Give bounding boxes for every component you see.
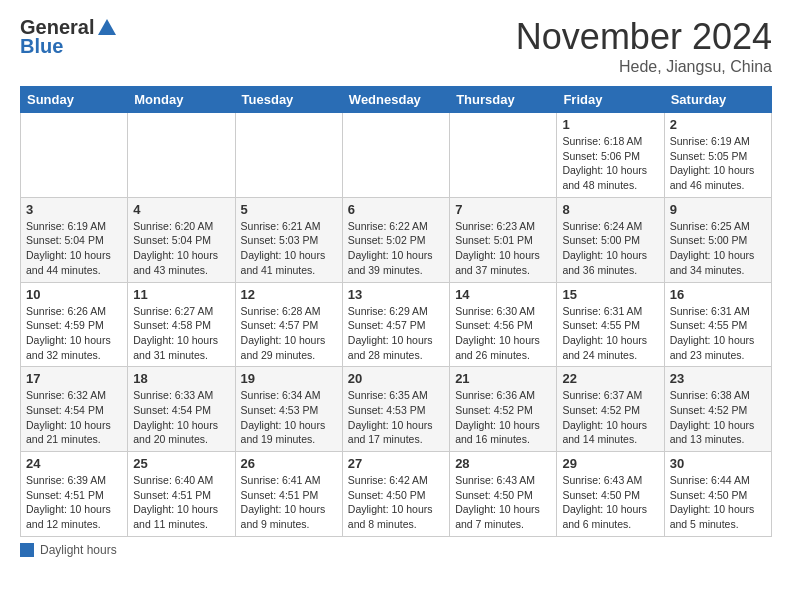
day-cell: 28Sunrise: 6:43 AM Sunset: 4:50 PM Dayli…	[450, 452, 557, 537]
day-number: 13	[348, 287, 444, 302]
header: General Blue November 2024 Hede, Jiangsu…	[20, 16, 772, 76]
col-tuesday: Tuesday	[235, 87, 342, 113]
day-info: Sunrise: 6:37 AM Sunset: 4:52 PM Dayligh…	[562, 388, 658, 447]
day-info: Sunrise: 6:19 AM Sunset: 5:04 PM Dayligh…	[26, 219, 122, 278]
col-monday: Monday	[128, 87, 235, 113]
day-number: 12	[241, 287, 337, 302]
week-row-0: 1Sunrise: 6:18 AM Sunset: 5:06 PM Daylig…	[21, 113, 772, 198]
day-number: 14	[455, 287, 551, 302]
day-info: Sunrise: 6:20 AM Sunset: 5:04 PM Dayligh…	[133, 219, 229, 278]
day-cell: 7Sunrise: 6:23 AM Sunset: 5:01 PM Daylig…	[450, 197, 557, 282]
day-cell: 4Sunrise: 6:20 AM Sunset: 5:04 PM Daylig…	[128, 197, 235, 282]
col-wednesday: Wednesday	[342, 87, 449, 113]
day-info: Sunrise: 6:19 AM Sunset: 5:05 PM Dayligh…	[670, 134, 766, 193]
day-info: Sunrise: 6:31 AM Sunset: 4:55 PM Dayligh…	[562, 304, 658, 363]
day-info: Sunrise: 6:40 AM Sunset: 4:51 PM Dayligh…	[133, 473, 229, 532]
col-sunday: Sunday	[21, 87, 128, 113]
day-cell: 15Sunrise: 6:31 AM Sunset: 4:55 PM Dayli…	[557, 282, 664, 367]
day-info: Sunrise: 6:35 AM Sunset: 4:53 PM Dayligh…	[348, 388, 444, 447]
day-number: 20	[348, 371, 444, 386]
day-number: 5	[241, 202, 337, 217]
day-info: Sunrise: 6:44 AM Sunset: 4:50 PM Dayligh…	[670, 473, 766, 532]
day-info: Sunrise: 6:36 AM Sunset: 4:52 PM Dayligh…	[455, 388, 551, 447]
day-number: 26	[241, 456, 337, 471]
day-number: 8	[562, 202, 658, 217]
legend-box	[20, 543, 34, 557]
day-cell: 1Sunrise: 6:18 AM Sunset: 5:06 PM Daylig…	[557, 113, 664, 198]
day-info: Sunrise: 6:25 AM Sunset: 5:00 PM Dayligh…	[670, 219, 766, 278]
day-info: Sunrise: 6:33 AM Sunset: 4:54 PM Dayligh…	[133, 388, 229, 447]
day-cell	[235, 113, 342, 198]
day-info: Sunrise: 6:27 AM Sunset: 4:58 PM Dayligh…	[133, 304, 229, 363]
week-row-4: 24Sunrise: 6:39 AM Sunset: 4:51 PM Dayli…	[21, 452, 772, 537]
day-cell	[128, 113, 235, 198]
day-number: 21	[455, 371, 551, 386]
day-number: 6	[348, 202, 444, 217]
day-cell: 11Sunrise: 6:27 AM Sunset: 4:58 PM Dayli…	[128, 282, 235, 367]
day-info: Sunrise: 6:18 AM Sunset: 5:06 PM Dayligh…	[562, 134, 658, 193]
day-cell: 21Sunrise: 6:36 AM Sunset: 4:52 PM Dayli…	[450, 367, 557, 452]
day-cell: 8Sunrise: 6:24 AM Sunset: 5:00 PM Daylig…	[557, 197, 664, 282]
day-info: Sunrise: 6:30 AM Sunset: 4:56 PM Dayligh…	[455, 304, 551, 363]
day-cell: 17Sunrise: 6:32 AM Sunset: 4:54 PM Dayli…	[21, 367, 128, 452]
day-info: Sunrise: 6:38 AM Sunset: 4:52 PM Dayligh…	[670, 388, 766, 447]
day-number: 24	[26, 456, 122, 471]
day-cell: 25Sunrise: 6:40 AM Sunset: 4:51 PM Dayli…	[128, 452, 235, 537]
day-number: 11	[133, 287, 229, 302]
svg-marker-0	[98, 19, 116, 35]
day-cell: 6Sunrise: 6:22 AM Sunset: 5:02 PM Daylig…	[342, 197, 449, 282]
logo-area: General Blue	[20, 16, 118, 58]
logo-icon	[96, 17, 118, 39]
day-number: 28	[455, 456, 551, 471]
day-info: Sunrise: 6:32 AM Sunset: 4:54 PM Dayligh…	[26, 388, 122, 447]
day-number: 23	[670, 371, 766, 386]
col-thursday: Thursday	[450, 87, 557, 113]
day-info: Sunrise: 6:39 AM Sunset: 4:51 PM Dayligh…	[26, 473, 122, 532]
day-cell	[21, 113, 128, 198]
daylight-label: Daylight hours	[40, 543, 117, 557]
day-cell: 24Sunrise: 6:39 AM Sunset: 4:51 PM Dayli…	[21, 452, 128, 537]
day-cell: 14Sunrise: 6:30 AM Sunset: 4:56 PM Dayli…	[450, 282, 557, 367]
day-cell: 5Sunrise: 6:21 AM Sunset: 5:03 PM Daylig…	[235, 197, 342, 282]
day-number: 3	[26, 202, 122, 217]
day-info: Sunrise: 6:24 AM Sunset: 5:00 PM Dayligh…	[562, 219, 658, 278]
day-number: 2	[670, 117, 766, 132]
day-info: Sunrise: 6:42 AM Sunset: 4:50 PM Dayligh…	[348, 473, 444, 532]
day-cell: 22Sunrise: 6:37 AM Sunset: 4:52 PM Dayli…	[557, 367, 664, 452]
page: General Blue November 2024 Hede, Jiangsu…	[0, 0, 792, 567]
day-info: Sunrise: 6:41 AM Sunset: 4:51 PM Dayligh…	[241, 473, 337, 532]
day-info: Sunrise: 6:31 AM Sunset: 4:55 PM Dayligh…	[670, 304, 766, 363]
month-title: November 2024	[516, 16, 772, 58]
day-number: 22	[562, 371, 658, 386]
day-number: 4	[133, 202, 229, 217]
day-number: 1	[562, 117, 658, 132]
day-cell: 13Sunrise: 6:29 AM Sunset: 4:57 PM Dayli…	[342, 282, 449, 367]
day-cell	[450, 113, 557, 198]
logo-blue: Blue	[20, 35, 63, 58]
day-number: 19	[241, 371, 337, 386]
legend: Daylight hours	[20, 543, 772, 557]
day-number: 30	[670, 456, 766, 471]
day-number: 27	[348, 456, 444, 471]
day-info: Sunrise: 6:29 AM Sunset: 4:57 PM Dayligh…	[348, 304, 444, 363]
day-number: 25	[133, 456, 229, 471]
day-cell: 30Sunrise: 6:44 AM Sunset: 4:50 PM Dayli…	[664, 452, 771, 537]
day-info: Sunrise: 6:23 AM Sunset: 5:01 PM Dayligh…	[455, 219, 551, 278]
title-area: November 2024 Hede, Jiangsu, China	[516, 16, 772, 76]
day-cell: 19Sunrise: 6:34 AM Sunset: 4:53 PM Dayli…	[235, 367, 342, 452]
day-cell: 9Sunrise: 6:25 AM Sunset: 5:00 PM Daylig…	[664, 197, 771, 282]
day-cell	[342, 113, 449, 198]
day-cell: 2Sunrise: 6:19 AM Sunset: 5:05 PM Daylig…	[664, 113, 771, 198]
day-number: 17	[26, 371, 122, 386]
day-cell: 18Sunrise: 6:33 AM Sunset: 4:54 PM Dayli…	[128, 367, 235, 452]
day-cell: 3Sunrise: 6:19 AM Sunset: 5:04 PM Daylig…	[21, 197, 128, 282]
week-row-2: 10Sunrise: 6:26 AM Sunset: 4:59 PM Dayli…	[21, 282, 772, 367]
day-number: 29	[562, 456, 658, 471]
day-cell: 20Sunrise: 6:35 AM Sunset: 4:53 PM Dayli…	[342, 367, 449, 452]
day-number: 10	[26, 287, 122, 302]
day-number: 18	[133, 371, 229, 386]
day-info: Sunrise: 6:28 AM Sunset: 4:57 PM Dayligh…	[241, 304, 337, 363]
day-cell: 16Sunrise: 6:31 AM Sunset: 4:55 PM Dayli…	[664, 282, 771, 367]
header-row: Sunday Monday Tuesday Wednesday Thursday…	[21, 87, 772, 113]
col-saturday: Saturday	[664, 87, 771, 113]
